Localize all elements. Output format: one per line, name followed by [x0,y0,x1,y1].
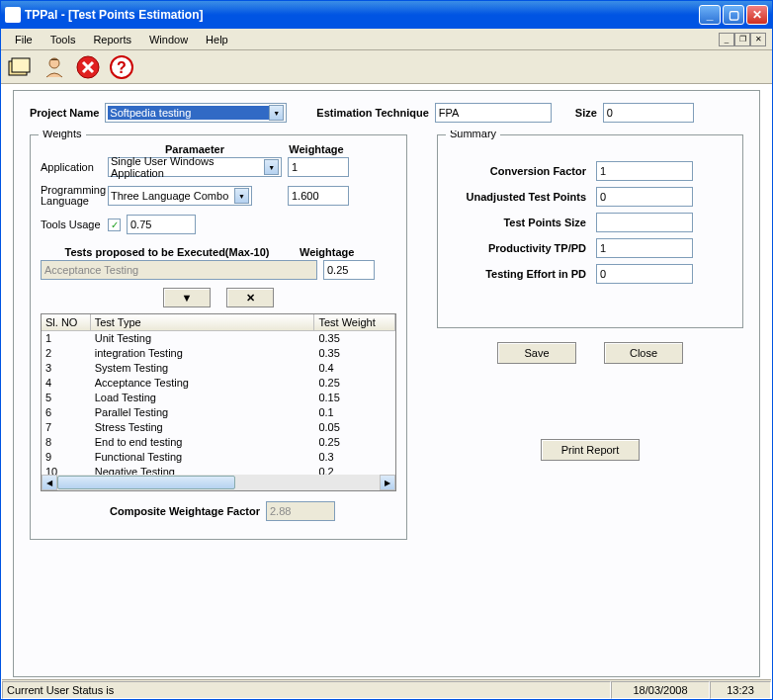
add-test-button[interactable]: ▼ [163,288,211,307]
cell-weight: 0.05 [314,420,395,435]
size-field[interactable]: 0 [603,103,694,123]
cell-weight: 0.1 [314,405,395,420]
toolbar-help-icon[interactable]: ? [108,53,135,81]
horizontal-scrollbar[interactable]: ◀ ▶ [42,475,395,490]
tests-weightage-label: Weightage [300,246,354,258]
cell-weight: 0.25 [314,435,395,450]
print-report-button[interactable]: Print Report [541,439,640,461]
cell-slno: 6 [42,405,91,420]
cell-slno: 7 [42,420,91,435]
svg-text:?: ? [117,59,127,76]
estimation-technique-field[interactable]: FPA [435,103,552,123]
statusbar: Current User Status is 18/03/2008 13:23 [2,679,771,699]
effort-field[interactable]: 0 [596,264,693,284]
cell-weight: 0.25 [314,376,395,391]
cell-type: Stress Testing [91,420,315,435]
menu-reports[interactable]: Reports [85,32,139,47]
cell-type: Unit Testing [91,331,315,346]
weights-title: Weights [39,131,86,139]
application-select[interactable]: Single User Windows Application ▼ [108,157,282,177]
dropdown-arrow-icon: ▼ [269,105,284,121]
status-text: Current User Status is [2,681,611,699]
cell-slno: 8 [42,435,91,450]
summary-group: Summary Conversion Factor 1 Unadjusted T… [437,134,743,328]
tps-field[interactable] [596,213,693,232]
table-row[interactable]: 6Parallel Testing0.1 [42,405,395,420]
table-row[interactable]: 1Unit Testing0.35 [42,331,395,346]
dropdown-arrow-icon: ▼ [264,159,279,175]
table-row[interactable]: 8End to end testing0.25 [42,435,395,450]
delete-test-button[interactable]: ✕ [226,288,274,307]
titlebar: TPPal - [Test Points Estimation] _ ▢ ✕ [1,1,772,29]
tools-usage-checkbox[interactable]: ✓ [108,219,121,231]
cell-type: Parallel Testing [91,405,315,420]
mdi-minimize-button[interactable]: _ [719,33,734,46]
toolbar-close-icon[interactable] [74,53,102,81]
tps-label: Test Points Size [448,217,596,228]
menu-help[interactable]: Help [198,32,236,47]
current-test-field: Acceptance Testing [41,260,317,280]
conversion-factor-field[interactable]: 1 [596,161,693,181]
window-minimize-button[interactable]: _ [699,5,721,25]
cell-type: Functional Testing [91,450,315,465]
cell-type: End to end testing [91,435,315,450]
table-row[interactable]: 7Stress Testing0.05 [42,420,395,435]
scroll-right-icon[interactable]: ▶ [380,475,395,490]
cell-weight: 0.35 [314,346,395,361]
cell-slno: 1 [42,331,91,346]
unadjusted-field[interactable]: 0 [596,187,693,207]
menu-file[interactable]: File [7,32,41,47]
weights-group: Weights Paramaeter Weightage Application… [30,134,407,540]
scrollbar-thumb[interactable] [57,476,235,489]
table-row[interactable]: 4Acceptance Testing0.25 [42,376,395,391]
project-name-label: Project Name [30,107,99,119]
toolbar-folder-icon[interactable] [7,53,35,81]
scroll-left-icon[interactable]: ◀ [42,475,57,490]
mdi-restore-button[interactable]: ❐ [734,33,750,46]
window-close-button[interactable]: ✕ [746,5,768,25]
tools-usage-field[interactable]: 0.75 [127,215,196,234]
productivity-field[interactable]: 1 [596,238,693,258]
cell-slno: 4 [42,376,91,391]
weightage-header: Weightage [286,143,347,155]
table-row[interactable]: 9Functional Testing0.3 [42,450,395,465]
mdi-close-button[interactable]: ✕ [750,33,766,46]
tools-usage-label: Tools Usage [41,219,102,230]
prog-lang-weight-field[interactable]: 1.600 [288,186,349,206]
tests-proposed-label: Tests proposed to be Executed(Max-10) [41,246,294,258]
composite-label: Composite Weightage Factor [102,505,260,517]
col-header-weight[interactable]: Test Weight [314,314,395,330]
table-row[interactable]: 2integration Testing0.35 [42,346,395,361]
current-test-weight-field[interactable]: 0.25 [323,260,375,280]
productivity-label: Productivity TP/PD [448,242,596,254]
project-name-select[interactable]: Softpedia testing ▼ [105,103,287,123]
app-icon [5,7,21,23]
status-time: 13:23 [710,681,771,699]
unadjusted-label: Unadjusted Test Points [448,192,596,203]
col-header-type[interactable]: Test Type [91,314,315,330]
cell-type: Acceptance Testing [91,376,315,391]
cell-weight: 0.3 [314,450,395,465]
toolbar-user-icon[interactable] [41,53,68,81]
close-button[interactable]: Close [604,342,683,364]
save-button[interactable]: Save [497,342,576,364]
cell-weight: 0.35 [314,331,395,346]
table-row[interactable]: 5Load Testing0.15 [42,391,395,405]
table-row[interactable]: 3System Testing0.4 [42,361,395,376]
menu-window[interactable]: Window [141,32,196,47]
application-weight-field[interactable]: 1 [288,157,349,177]
project-name-value: Softpedia testing [108,106,269,120]
conversion-factor-label: Conversion Factor [448,165,596,177]
param-header: Paramaeter [110,143,280,155]
cell-type: Load Testing [91,391,315,405]
cell-slno: 9 [42,450,91,465]
prog-lang-label: Programming Language [41,185,102,207]
col-header-slno[interactable]: Sl. NO [42,314,91,330]
cell-slno: 3 [42,361,91,376]
content-area: Project Name Softpedia testing ▼ Estimat… [13,90,760,677]
menubar: File Tools Reports Window Help _ ❐ ✕ [1,29,772,50]
window-maximize-button[interactable]: ▢ [723,5,744,25]
prog-lang-select[interactable]: Three Language Combo ▼ [108,186,252,206]
menu-tools[interactable]: Tools [43,32,84,47]
cell-type: System Testing [91,361,315,376]
